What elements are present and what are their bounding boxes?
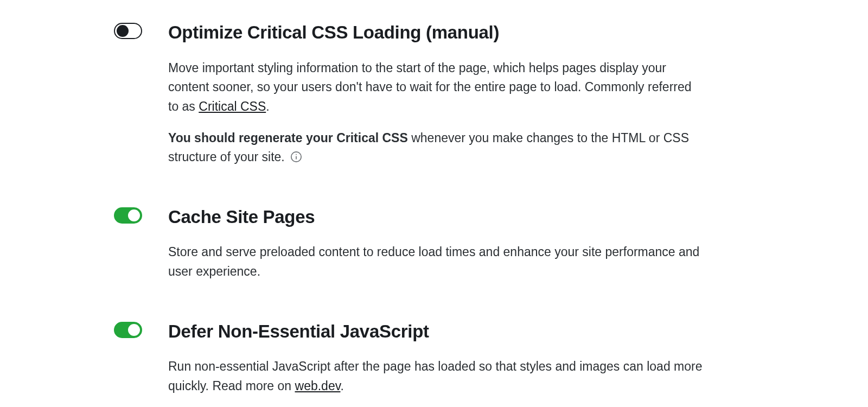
setting-title: Defer Non-Essential JavaScript: [168, 321, 705, 342]
info-icon[interactable]: [290, 151, 302, 163]
note-bold: You should regenerate your Critical CSS: [168, 131, 408, 145]
toggle-cache-pages[interactable]: [114, 207, 142, 224]
toggle-knob: [128, 324, 140, 336]
toggle-knob: [117, 25, 129, 37]
toggle-defer-js[interactable]: [114, 322, 142, 338]
setting-critical-css: Optimize Critical CSS Loading (manual) M…: [114, 22, 754, 167]
setting-title: Optimize Critical CSS Loading (manual): [168, 22, 705, 43]
setting-cache-pages: Cache Site Pages Store and serve preload…: [114, 206, 754, 282]
settings-list: Optimize Critical CSS Loading (manual) M…: [0, 0, 868, 396]
desc-text-post: .: [340, 379, 343, 393]
setting-title: Cache Site Pages: [168, 206, 705, 228]
setting-description: Move important styling information to th…: [168, 59, 705, 117]
toggle-column: [114, 206, 168, 226]
webdev-link[interactable]: web.dev: [295, 379, 341, 393]
toggle-column: [114, 22, 168, 41]
toggle-knob: [128, 209, 140, 221]
critical-css-link[interactable]: Critical CSS: [199, 99, 266, 113]
desc-text: Run non-essential JavaScript after the p…: [168, 359, 702, 393]
setting-content: Defer Non-Essential JavaScript Run non-e…: [168, 321, 705, 396]
setting-content: Optimize Critical CSS Loading (manual) M…: [168, 22, 705, 167]
toggle-critical-css[interactable]: [114, 23, 142, 39]
toggle-column: [114, 321, 168, 340]
setting-description: Run non-essential JavaScript after the p…: [168, 357, 705, 396]
setting-description: Store and serve preloaded content to red…: [168, 243, 705, 281]
desc-text-post: .: [266, 99, 269, 113]
setting-note: You should regenerate your Critical CSS …: [168, 129, 705, 167]
svg-point-2: [296, 154, 297, 155]
setting-defer-js: Defer Non-Essential JavaScript Run non-e…: [114, 321, 754, 396]
setting-content: Cache Site Pages Store and serve preload…: [168, 206, 705, 282]
